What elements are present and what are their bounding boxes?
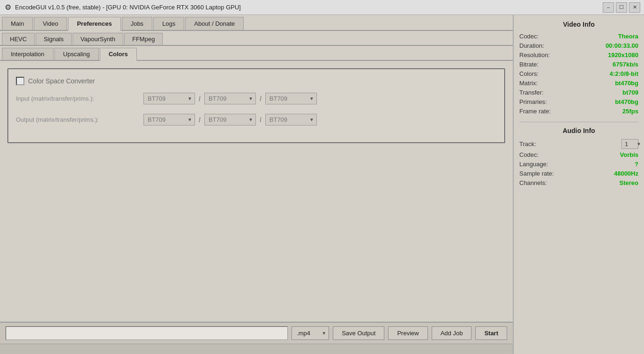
tab-colors[interactable]: Colors (100, 48, 137, 61)
status-bar (0, 344, 513, 354)
video-framerate-value: 25fps (622, 108, 638, 115)
video-info-matrix-row: Matrix: bt470bg (519, 80, 638, 87)
audio-info-language-row: Language: ? (519, 161, 638, 168)
tab-signals[interactable]: Signals (36, 33, 72, 45)
tab-ffmpeg[interactable]: FFMpeg (124, 33, 163, 45)
video-info-title: Video Info (519, 21, 638, 28)
tab-interpolation[interactable]: Interpolation (2, 48, 53, 60)
video-info-duration-row: Duration: 00:00:33.00 (519, 42, 638, 49)
nav-tabs-level-2: HEVC Signals VapourSynth FFMpeg (0, 31, 513, 46)
video-colors-value: 4:2:0/8-bit (610, 70, 638, 77)
audio-channels-value: Stereo (620, 179, 638, 186)
format-select[interactable]: .mp4 .mkv .mov .avi (292, 326, 329, 340)
video-resolution-value: 1920x1080 (608, 52, 638, 59)
audio-info-codec-row: Codec: Vorbis (519, 151, 638, 158)
input-matrix-select[interactable]: BT709 BT601 BT2020 (143, 93, 195, 104)
nav-tabs-level-1: Main Video Preferences Jobs Logs About /… (0, 15, 513, 31)
format-select-wrap: .mp4 .mkv .mov .avi ▼ (292, 326, 329, 340)
tab-upscaling[interactable]: Upscaling (54, 48, 99, 60)
video-info-bitrate-row: Bitrate: 6757kb/s (519, 61, 638, 68)
input-transfer-wrap: BT709 BT601 BT2020 ▼ (204, 93, 256, 104)
input-prims-select[interactable]: BT709 BT601 BT2020 (265, 93, 317, 104)
video-primaries-value: bt470bg (615, 98, 638, 105)
tab-jobs[interactable]: Jobs (122, 17, 152, 30)
audio-track-label: Track: (519, 140, 536, 148)
video-matrix-value: bt470bg (615, 80, 638, 87)
video-matrix-label: Matrix: (519, 80, 538, 87)
tab-video[interactable]: Video (34, 17, 67, 30)
audio-info-samplerate-row: Sample rate: 48000Hz (519, 170, 638, 177)
output-prims-select[interactable]: BT709 BT601 BT2020 (265, 114, 317, 125)
output-matrix-select[interactable]: BT709 BT601 BT2020 (143, 114, 195, 125)
video-info-framerate-row: Frame rate: 25fps (519, 108, 638, 115)
audio-info-channels-row: Channels: Stereo (519, 179, 638, 186)
video-codec-label: Codec: (519, 33, 539, 40)
audio-language-value: ? (635, 161, 638, 168)
maximize-button[interactable]: ☐ (616, 2, 627, 13)
input-row: Input (matrix/transfer/prims.): BT709 BT… (16, 93, 497, 104)
minimize-button[interactable]: − (603, 2, 614, 13)
tab-main[interactable]: Main (2, 17, 33, 30)
app-icon: ⚙ (4, 3, 12, 12)
audio-info-track-row: Track: 1 2 ▼ (519, 139, 638, 149)
output-row: Output (matrix/transfer/prims.): BT709 B… (16, 114, 497, 125)
video-colors-label: Colors: (519, 70, 539, 77)
video-primaries-label: Primaries: (519, 98, 547, 105)
video-info-resolution-row: Resolution: 1920x1080 (519, 52, 638, 59)
info-divider (519, 122, 638, 122)
audio-channels-label: Channels: (519, 179, 547, 186)
input-transfer-select[interactable]: BT709 BT601 BT2020 (204, 93, 256, 104)
tab-logs[interactable]: Logs (153, 17, 184, 30)
video-info-colors-row: Colors: 4:2:0/8-bit (519, 70, 638, 77)
video-info-codec-row: Codec: Theora (519, 33, 638, 40)
bottom-bar: .mp4 .mkv .mov .avi ▼ Save Output Previe… (0, 322, 513, 344)
title-bar: ⚙ EncodeGUI v1.0.5 (free, stable) - [GPU… (0, 0, 644, 15)
output-transfer-select[interactable]: BT709 BT601 BT2020 (204, 114, 256, 125)
tab-hevc[interactable]: HEVC (2, 33, 35, 45)
nav-tabs-level-3: Interpolation Upscaling Colors (0, 46, 513, 61)
preview-button[interactable]: Preview (388, 326, 427, 340)
output-transfer-wrap: BT709 BT601 BT2020 ▼ (204, 114, 256, 125)
title-bar-controls: − ☐ ✕ (603, 2, 640, 13)
video-codec-value: Theora (618, 33, 638, 40)
audio-codec-value: Vorbis (620, 151, 639, 158)
output-sep-2: / (260, 116, 262, 124)
input-prims-wrap: BT709 BT601 BT2020 ▼ (265, 93, 317, 104)
video-duration-label: Duration: (519, 42, 544, 49)
color-space-converter-row: Color Space Converter (16, 77, 497, 85)
close-button[interactable]: ✕ (629, 2, 640, 13)
output-selects: BT709 BT601 BT2020 ▼ / BT709 BT601 BT2 (143, 114, 317, 125)
input-sep-2: / (260, 95, 262, 103)
content-area: Color Space Converter Input (matrix/tran… (0, 61, 513, 322)
audio-track-select[interactable]: 1 2 (622, 139, 638, 149)
video-bitrate-label: Bitrate: (519, 61, 539, 68)
audio-samplerate-label: Sample rate: (519, 170, 554, 177)
main-content: Main Video Preferences Jobs Logs About /… (0, 15, 513, 354)
input-label: Input (matrix/transfer/prims.): (16, 95, 138, 102)
video-info-primaries-row: Primaries: bt470bg (519, 98, 638, 105)
video-resolution-label: Resolution: (519, 52, 550, 59)
output-label: Output (matrix/transfer/prims.): (16, 116, 138, 123)
save-output-button[interactable]: Save Output (333, 326, 384, 340)
output-path-input[interactable] (6, 326, 288, 340)
tab-vapoursynth[interactable]: VapourSynth (73, 33, 123, 45)
colors-panel: Color Space Converter Input (matrix/tran… (7, 68, 505, 143)
audio-samplerate-value: 48000Hz (614, 170, 638, 177)
add-job-button[interactable]: Add Job (432, 326, 472, 340)
input-matrix-wrap: BT709 BT601 BT2020 ▼ (143, 93, 195, 104)
sidebar-right: Video Info Codec: Theora Duration: 00:00… (513, 15, 644, 354)
window-title: EncodeGUI v1.0.5 (free, stable) - [GPU 0… (15, 4, 241, 11)
start-button[interactable]: Start (475, 326, 507, 340)
video-transfer-label: Transfer: (519, 89, 544, 96)
output-prims-wrap: BT709 BT601 BT2020 ▼ (265, 114, 317, 125)
tab-preferences[interactable]: Preferences (68, 17, 120, 31)
app-body: Main Video Preferences Jobs Logs About /… (0, 15, 644, 354)
tab-about-donate[interactable]: About / Donate (185, 17, 244, 30)
color-space-converter-label: Color Space Converter (28, 77, 95, 85)
video-transfer-value: bt709 (622, 89, 638, 96)
color-space-converter-checkbox[interactable] (16, 77, 24, 85)
video-bitrate-value: 6757kb/s (613, 61, 638, 68)
video-duration-value: 00:00:33.00 (606, 42, 638, 49)
input-sep-1: / (199, 95, 201, 103)
audio-codec-label: Codec: (519, 151, 539, 158)
